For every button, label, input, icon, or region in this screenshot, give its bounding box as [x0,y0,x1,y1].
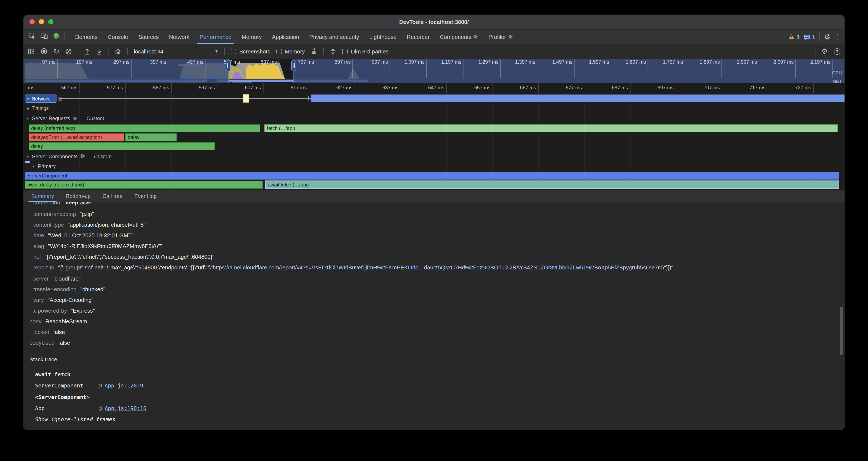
expand-arrow-icon: ▶ [27,97,30,100]
source-location-link[interactable]: App.js:128:9 [105,382,143,389]
tab-application[interactable]: Application [267,29,304,44]
event-bar-delay[interactable]: delay [29,142,215,150]
flame-chart[interactable]: ▶ Network ▶ Timings ▼ Server Requests — … [24,93,844,190]
cpu-label: CPU [832,70,842,75]
tab-lighthouse[interactable]: Lighthouse [364,29,402,44]
help-icon[interactable]: ? [834,48,840,55]
tab-profiler[interactable]: Profiler [483,29,518,44]
tab-bottom-up[interactable]: Bottom-up [60,190,97,202]
overview-tick: 1,497 ms [541,59,575,78]
memory-checkbox[interactable]: Memory [276,48,305,55]
extension-gem-icon[interactable] [53,32,59,41]
overview-tick: 1,697 ms [615,59,648,78]
summary-scrollbar-thumb[interactable] [840,307,843,355]
tab-sources[interactable]: Sources [133,29,164,44]
overview-tick: 1,097 ms [394,59,427,78]
tab-memory[interactable]: Memory [237,29,267,44]
header-row: transfer-encoding"chunked" [33,286,105,292]
overview-tick: 1,797 ms [652,59,685,78]
network-track[interactable]: ▶ Network [24,94,844,104]
record-button[interactable] [40,48,48,55]
event-bar-fetch-api[interactable]: fetch (…/api) [265,124,838,132]
primary-group-label[interactable]: ▼ Primary [32,163,56,169]
ruler-tick: 687 ms [597,83,630,93]
load-profile-icon[interactable] [84,48,90,55]
reload-and-record-button[interactable]: ↻ [53,47,60,56]
tab-call-tree[interactable]: Call tree [97,190,128,202]
divider [127,48,128,55]
network-request-highlight[interactable] [243,94,249,103]
network-request-whisker [308,96,309,100]
source-location-link[interactable]: App.js:190:16 [105,405,147,411]
event-bar-delay-deferred[interactable]: delay (deferred text) [29,124,260,132]
collapse-sanitize-icon[interactable] [330,48,336,55]
divider [323,48,324,55]
overview-tick: 2,097 ms [763,59,796,78]
tab-elements[interactable]: Elements [69,29,102,44]
clear-button[interactable] [66,48,72,55]
tab-components[interactable]: Components [435,29,483,44]
event-bar-server-component[interactable]: ServerComponent [25,172,839,180]
home-icon[interactable] [115,48,122,55]
ruler-tick: 647 ms [413,83,447,93]
screenshots-checkbox[interactable]: Screenshots [231,48,270,55]
ruler-tick: 697 ms [643,83,676,93]
group-indicator [25,161,30,163]
capture-settings-gear-icon[interactable]: ⚙ [822,47,828,56]
overview-tick: 197 ms [61,59,94,78]
ruler-tick: 597 ms [184,83,217,93]
title-bar: DevTools - localhost:3000/ [24,15,844,29]
kebab-menu-icon[interactable]: ⋮ [835,33,841,40]
timeline-overview[interactable]: 97 ms 197 ms 297 ms 397 ms 497 ms 597 ms… [24,59,844,83]
show-ignore-listed-frames-link[interactable]: Show ignore-listed frames [35,416,115,423]
device-toolbar-icon[interactable] [40,32,48,41]
warnings-indicator[interactable]: 1 [789,34,800,40]
tab-network[interactable]: Network [164,29,194,44]
selection-handle-right[interactable] [291,60,296,71]
server-requests-track-label[interactable]: ▼ Server Requests — Custom [26,115,104,121]
dim-3rd-parties-checkbox[interactable]: Dim 3rd parties [342,48,389,55]
tab-console[interactable]: Console [102,29,133,44]
inspect-element-icon[interactable] [29,32,35,41]
overview-tick: 1,897 ms [689,59,722,78]
stack-frame: await fetch [35,371,70,378]
message-count: 1 [812,34,815,40]
tab-summary[interactable]: Summary [25,190,60,202]
tab-event-log[interactable]: Event log [128,190,162,202]
network-request-bar[interactable] [311,94,844,102]
summary-panel[interactable]: connection"keep-alive" content-encoding"… [24,202,844,430]
ruler-tick: 577 ms [92,83,126,93]
history-select[interactable]: localhost #4 ▼ [134,48,218,55]
event-bar-delay[interactable]: delay [125,134,177,141]
header-row-report-to: report-to"{\"group\":\"cf-nel\",\"max_ag… [33,264,673,271]
tab-performance[interactable]: Performance [194,29,237,44]
header-row: vary"Accept-Encoding" [33,297,94,303]
ruler-tick: 657 ms [460,83,493,93]
server-components-track-label[interactable]: ▼ Server Components — Custom [26,153,112,160]
performance-toolbar: ↻ localhost #4 ▼ Screenshots Memory [24,44,844,59]
overview-tick: 597 ms [209,59,242,78]
ruler-tick: 667 ms [505,83,539,93]
event-bar-await-delay[interactable]: await delay (deferred text) [25,181,263,189]
property-row: bodyUsedfalse [29,340,70,346]
ruler-tick: 607 ms [230,83,264,93]
event-bar-delayed-error[interactable]: delayedError (…ayed exception) [29,134,124,141]
issues-indicator[interactable]: 1 [804,34,815,40]
collapse-arrow-icon: ▼ [32,165,35,168]
garbage-collect-icon[interactable] [311,48,318,55]
network-track-label[interactable]: ▶ Network [25,94,57,103]
stack-frame: App @ App.js:190:16 [35,405,44,411]
timings-track-label[interactable]: ▶ Timings [27,106,49,111]
timeline-ruler[interactable]: ms 567 ms 577 ms 587 ms 597 ms 607 ms 61… [24,83,844,93]
ruler-tick: 567 ms [46,83,80,93]
selection-handle-left[interactable] [226,60,231,71]
report-endpoint-link[interactable]: https://a.nel.cloudflare.com/report/v4?s… [213,264,662,271]
toggle-sidebar-icon[interactable] [28,48,35,55]
save-profile-icon[interactable] [96,48,102,55]
tab-privacy-and-security[interactable]: Privacy and security [304,29,364,44]
event-bar-await-fetch-selected[interactable]: await fetch (…/api) [265,180,839,189]
details-tab-bar: Summary Bottom-up Call tree Event log [24,190,844,202]
tab-recorder[interactable]: Recorder [402,29,435,44]
ruler-tick: 627 ms [322,83,355,93]
settings-gear-icon[interactable]: ⚙ [824,32,831,41]
